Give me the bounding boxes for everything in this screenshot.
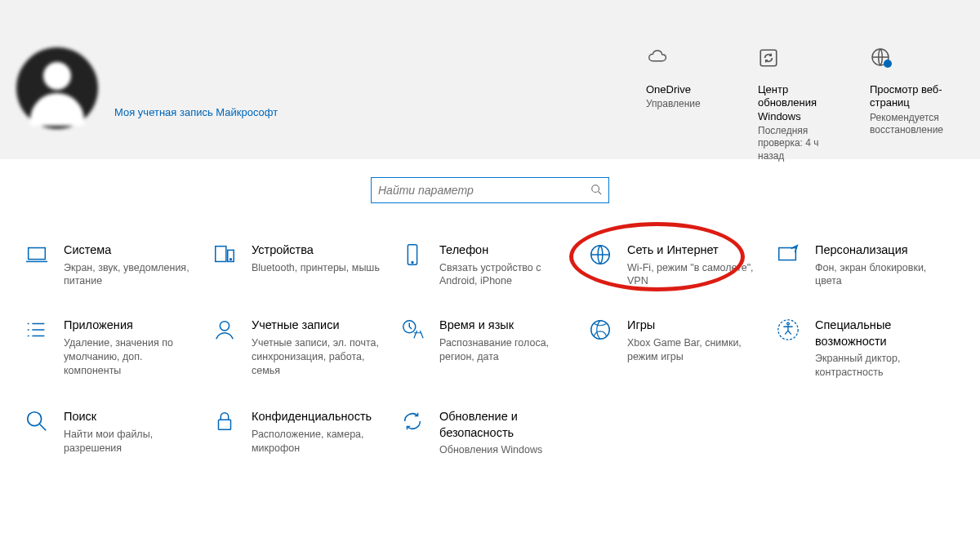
lock-icon <box>212 409 240 457</box>
tile-desc: Экранный диктор, контрастность <box>815 352 950 380</box>
tile-desc: Обновления Windows <box>439 443 574 457</box>
status-sub: Последняя проверка: 4 ч назад <box>758 125 844 163</box>
svg-rect-0 <box>760 50 777 66</box>
person-icon <box>212 318 240 380</box>
tile-title: Персонализация <box>815 242 950 259</box>
avatar[interactable] <box>16 47 98 129</box>
search-box[interactable] <box>371 177 609 203</box>
status-title: Центр обновления Windows <box>758 83 844 123</box>
tile-desc: Расположение, камера, микрофон <box>252 428 386 455</box>
status-card-update[interactable]: Центр обновления Windows Последняя прове… <box>758 47 844 159</box>
tile-title: Устройства <box>252 242 380 259</box>
time-language-icon <box>400 318 428 380</box>
tile-desc: Экран, звук, уведомления, питание <box>64 261 198 289</box>
tile-desc: Bluetooth, принтеры, мышь <box>252 261 380 275</box>
globe-icon <box>588 242 616 288</box>
status-title: Просмотр веб-страниц <box>870 83 956 110</box>
brush-icon <box>776 242 804 288</box>
tile-desc: Удаление, значения по умолчанию, доп. ко… <box>64 336 198 378</box>
tile-title: Учетные записи <box>252 318 386 334</box>
search-input[interactable] <box>378 184 590 197</box>
tile-system[interactable]: Система Экран, звук, уведомления, питани… <box>24 242 204 288</box>
status-sub: Управление <box>646 98 732 111</box>
cloud-icon <box>646 47 732 73</box>
tile-update-security[interactable]: Обновление и безопасность Обновления Win… <box>400 409 580 457</box>
search-row <box>0 159 980 210</box>
laptop-icon <box>24 242 52 288</box>
tile-title: Специальные возможности <box>815 318 956 349</box>
status-card-onedrive[interactable]: OneDrive Управление <box>646 47 732 159</box>
tile-title: Система <box>64 242 198 259</box>
svg-point-9 <box>412 261 413 263</box>
tile-time-language[interactable]: Время и язык Распознавание голоса, регио… <box>400 318 580 380</box>
status-sub: Рекомендуется восстановление <box>870 112 956 137</box>
svg-point-17 <box>28 412 42 426</box>
tile-search[interactable]: Поиск Найти мои файлы, разрешения <box>24 409 204 457</box>
svg-point-16 <box>787 322 790 325</box>
search-icon[interactable] <box>590 184 602 198</box>
header: Моя учетная запись Майкрософт OneDrive У… <box>0 0 980 159</box>
svg-point-2 <box>884 60 892 68</box>
tile-desc: Учетные записи, эл. почта, синхронизация… <box>252 336 386 378</box>
tile-title: Сеть и Интернет <box>627 242 762 259</box>
tile-apps[interactable]: Приложения Удаление, значения по умолчан… <box>24 318 204 380</box>
status-title: OneDrive <box>646 83 732 96</box>
tile-title: Приложения <box>64 318 198 334</box>
update-icon <box>400 409 428 457</box>
sync-icon <box>758 47 844 73</box>
tile-gaming[interactable]: Игры Xbox Game Bar, снимки, режим игры <box>588 318 768 380</box>
tile-personalization[interactable]: Персонализация Фон, экран блокировки, цв… <box>776 242 956 288</box>
tile-privacy[interactable]: Конфиденциальность Расположение, камера,… <box>212 409 392 457</box>
tile-title: Обновление и безопасность <box>439 409 580 441</box>
svg-rect-4 <box>29 248 46 260</box>
devices-icon <box>212 242 240 288</box>
tile-title: Конфиденциальность <box>252 409 386 425</box>
settings-grid: Система Экран, звук, уведомления, питани… <box>0 210 980 457</box>
phone-icon <box>400 242 428 288</box>
tile-ease-of-access[interactable]: Специальные возможности Экранный диктор,… <box>776 318 956 380</box>
tile-title: Время и язык <box>439 318 574 334</box>
tile-title: Поиск <box>64 409 198 425</box>
microsoft-account-link[interactable]: Моя учетная запись Майкрософт <box>114 106 278 118</box>
status-cards: OneDrive Управление Центр обновления Win… <box>646 47 956 159</box>
tile-accounts[interactable]: Учетные записи Учетные записи, эл. почта… <box>212 318 392 380</box>
user-area: Моя учетная запись Майкрософт <box>16 47 278 159</box>
svg-point-14 <box>591 321 610 340</box>
tile-phone[interactable]: Телефон Связать устройство с Android, iP… <box>400 242 580 288</box>
tile-devices[interactable]: Устройства Bluetooth, принтеры, мышь <box>212 242 392 288</box>
tile-desc: Связать устройство с Android, iPhone <box>439 261 574 289</box>
search-icon <box>24 409 52 457</box>
svg-rect-11 <box>779 248 796 260</box>
svg-point-7 <box>230 259 232 260</box>
svg-point-12 <box>220 322 229 331</box>
status-card-browse[interactable]: Просмотр веб-страниц Рекомендуется восст… <box>870 47 956 159</box>
tile-desc: Найти мои файлы, разрешения <box>64 428 198 455</box>
svg-rect-5 <box>216 247 226 262</box>
xbox-icon <box>588 318 616 380</box>
svg-rect-18 <box>219 420 231 429</box>
globe-badge-icon <box>870 47 956 73</box>
list-icon <box>24 318 52 380</box>
tile-title: Телефон <box>439 242 574 259</box>
tile-desc: Фон, экран блокировки, цвета <box>815 261 950 289</box>
tile-title: Игры <box>627 318 762 334</box>
tile-network[interactable]: Сеть и Интернет Wi-Fi, режим "в самолете… <box>588 242 768 288</box>
accessibility-icon <box>776 318 804 380</box>
svg-point-3 <box>592 184 599 192</box>
tile-desc: Распознавание голоса, регион, дата <box>439 336 574 364</box>
tile-desc: Wi-Fi, режим "в самолете", VPN <box>627 261 762 289</box>
tile-desc: Xbox Game Bar, снимки, режим игры <box>627 336 762 364</box>
